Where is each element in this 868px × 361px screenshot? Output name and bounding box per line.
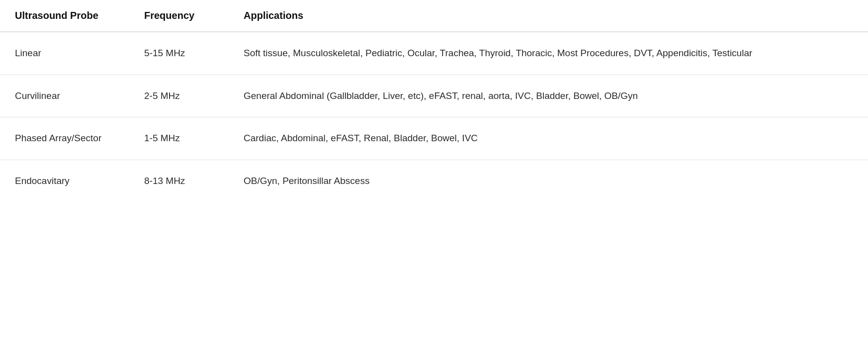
table-row: Phased Array/Sector1-5 MHzCardiac, Abdom… bbox=[0, 117, 868, 160]
table-row: Curvilinear2-5 MHzGeneral Abdominal (Gal… bbox=[0, 75, 868, 117]
header-probe: Ultrasound Probe bbox=[0, 0, 129, 32]
cell-applications: OB/Gyn, Peritonsillar Abscess bbox=[229, 160, 868, 202]
cell-probe: Curvilinear bbox=[0, 75, 129, 117]
cell-frequency: 5-15 MHz bbox=[129, 32, 229, 75]
header-applications: Applications bbox=[229, 0, 868, 32]
cell-probe: Endocavitary bbox=[0, 160, 129, 202]
table-row: Endocavitary8-13 MHzOB/Gyn, Peritonsilla… bbox=[0, 160, 868, 202]
cell-frequency: 2-5 MHz bbox=[129, 75, 229, 117]
cell-frequency: 8-13 MHz bbox=[129, 160, 229, 202]
main-container: Ultrasound Probe Frequency Applications … bbox=[0, 0, 868, 361]
cell-applications: Soft tissue, Musculoskeletal, Pediatric,… bbox=[229, 32, 868, 75]
cell-applications: Cardiac, Abdominal, eFAST, Renal, Bladde… bbox=[229, 117, 868, 160]
table-row: Linear5-15 MHzSoft tissue, Musculoskelet… bbox=[0, 32, 868, 75]
table-header-row: Ultrasound Probe Frequency Applications bbox=[0, 0, 868, 32]
ultrasound-table: Ultrasound Probe Frequency Applications … bbox=[0, 0, 868, 202]
cell-probe: Phased Array/Sector bbox=[0, 117, 129, 160]
cell-applications: General Abdominal (Gallbladder, Liver, e… bbox=[229, 75, 868, 117]
cell-probe: Linear bbox=[0, 32, 129, 75]
header-frequency: Frequency bbox=[129, 0, 229, 32]
cell-frequency: 1-5 MHz bbox=[129, 117, 229, 160]
